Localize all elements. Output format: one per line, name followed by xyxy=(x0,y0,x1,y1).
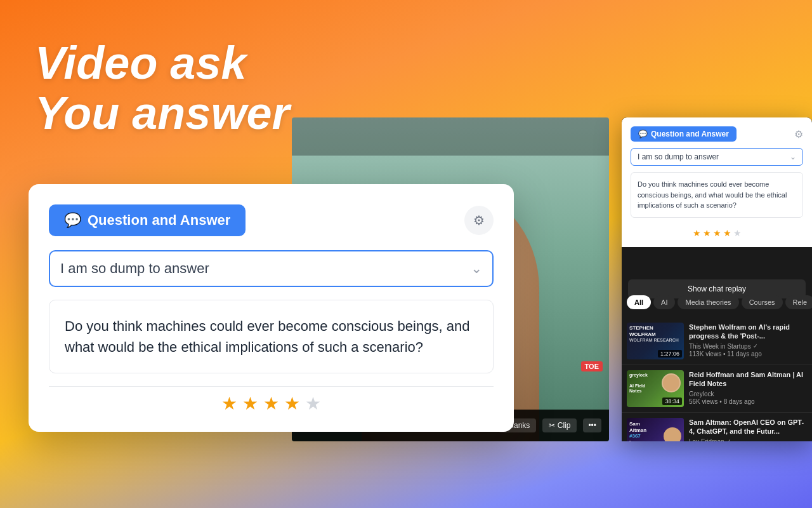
filter-tab-media[interactable]: Media theories xyxy=(678,295,738,309)
stars-rating: ★ ★ ★ ★ ★ xyxy=(49,386,494,414)
mini-star-5[interactable]: ★ xyxy=(733,228,742,238)
video-duration-1: 1:27:06 xyxy=(658,350,682,358)
qa-card-header: 💬 Question and Answer ⚙ xyxy=(49,204,494,236)
qa-label-button[interactable]: 💬 Question and Answer xyxy=(49,204,246,236)
video-meta-1: 113K views • 11 days ago xyxy=(689,351,807,358)
hero-line2: You answer xyxy=(35,88,289,138)
filter-tab-all[interactable]: All xyxy=(627,295,651,309)
hero-line1: Video ask xyxy=(35,38,289,88)
video-thumb-2: greylockAI FieldNotes 38:34 xyxy=(627,370,684,407)
video-title-2: Reid Hoffman and Sam Altman | AI Field N… xyxy=(689,370,807,389)
qa-label-text: Question and Answer xyxy=(88,212,230,229)
star-1[interactable]: ★ xyxy=(221,393,237,414)
video-meta-2: 56K views • 8 days ago xyxy=(689,398,807,405)
mini-stars-rating: ★ ★ ★ ★ ★ xyxy=(631,224,803,238)
video-top-overlay xyxy=(292,117,609,156)
video-thumb-1: STEPHENWOLFRAMWOLFRAM RESEARCH 1:27:06 xyxy=(627,323,684,359)
mini-star-2[interactable]: ★ xyxy=(703,228,711,238)
thumb-face-2 xyxy=(662,373,681,392)
mini-chat-icon: 💬 xyxy=(638,130,648,138)
mini-question-box: Do you think machines could ever become … xyxy=(631,172,803,218)
verified-icon-1: ✓ xyxy=(753,343,758,349)
mini-input-row: ⌄ xyxy=(631,148,803,166)
more-options-button[interactable]: ••• xyxy=(583,418,601,432)
mini-star-3[interactable]: ★ xyxy=(713,228,721,238)
video-channel-2: Greylock xyxy=(689,391,807,398)
video-channel-1: This Week in Startups ✓ xyxy=(689,343,807,350)
verified-icon-3: ✓ xyxy=(726,438,731,441)
video-info-2: Reid Hoffman and Sam Altman | AI Field N… xyxy=(689,370,807,407)
mini-qa-header: 💬 Question and Answer ⚙ xyxy=(631,126,803,142)
video-duration-2: 38:34 xyxy=(662,398,682,405)
toe-badge: TOE xyxy=(581,361,603,371)
video-title-3: Sam Altman: OpenAI CEO on GPT-4, ChatGPT… xyxy=(689,418,807,436)
filter-tab-rele[interactable]: Rele xyxy=(785,295,812,309)
video-info-3: Sam Altman: OpenAI CEO on GPT-4, ChatGPT… xyxy=(689,418,807,441)
video-item-1[interactable]: STEPHENWOLFRAMWOLFRAM RESEARCH 1:27:06 S… xyxy=(622,318,812,365)
star-2[interactable]: ★ xyxy=(242,393,258,414)
thumb-label-1: STEPHENWOLFRAMWOLFRAM RESEARCH xyxy=(629,325,679,344)
thumb-name-3: SamAltman#367LexFridman xyxy=(629,421,650,441)
video-item-2[interactable]: greylockAI FieldNotes 38:34 Reid Hoffman… xyxy=(622,365,812,413)
question-box: Do you think machines could ever become … xyxy=(49,300,494,373)
mini-star-4[interactable]: ★ xyxy=(723,228,731,238)
video-title-1: Stephen Wolfram on AI's rapid progress &… xyxy=(689,323,807,341)
question-text: Do you think machines could ever become … xyxy=(65,316,478,358)
answer-input[interactable] xyxy=(60,260,471,277)
thumb-content-3: SamAltman#367LexFridman xyxy=(627,418,684,441)
star-5[interactable]: ★ xyxy=(305,393,321,414)
right-panel: 💬 Question and Answer ⚙ ⌄ Do you think m… xyxy=(622,117,812,441)
mini-question-text: Do you think machines could ever become … xyxy=(638,179,796,211)
settings-icon: ⚙ xyxy=(473,213,485,228)
qa-card-main: 💬 Question and Answer ⚙ ⌄ Do you think m… xyxy=(29,184,514,432)
star-4[interactable]: ★ xyxy=(284,393,300,414)
answer-dropdown-button[interactable]: ⌄ xyxy=(471,260,482,277)
settings-button[interactable]: ⚙ xyxy=(464,206,494,235)
thumb-face-3 xyxy=(664,427,681,441)
hero-section: Video ask You answer xyxy=(35,38,289,138)
filter-tab-courses[interactable]: Courses xyxy=(742,295,783,309)
mini-settings-button[interactable]: ⚙ xyxy=(794,128,803,140)
chat-icon: 💬 xyxy=(64,212,81,229)
answer-input-row: ⌄ xyxy=(49,250,494,287)
mini-answer-input[interactable] xyxy=(638,152,790,161)
video-channel-3: Lex Fridman ✓ xyxy=(689,438,807,441)
video-list: STEPHENWOLFRAMWOLFRAM RESEARCH 1:27:06 S… xyxy=(622,318,812,441)
video-thumb-3: SamAltman#367LexFridman 2:23:57 xyxy=(627,418,684,441)
thumb-left-3: SamAltman#367LexFridman xyxy=(629,421,650,441)
star-3[interactable]: ★ xyxy=(263,393,279,414)
mini-qa-overlay: 💬 Question and Answer ⚙ ⌄ Do you think m… xyxy=(622,117,812,247)
mini-star-1[interactable]: ★ xyxy=(693,228,701,238)
video-item-3[interactable]: SamAltman#367LexFridman 2:23:57 Sam Altm… xyxy=(622,413,812,441)
filter-tab-ai[interactable]: AI xyxy=(653,295,675,309)
clip-button[interactable]: ✂ Clip xyxy=(542,418,577,432)
video-info-1: Stephen Wolfram on AI's rapid progress &… xyxy=(689,323,807,359)
mini-qa-label-text: Question and Answer xyxy=(651,130,729,138)
mini-qa-label-button[interactable]: 💬 Question and Answer xyxy=(631,126,737,142)
mini-dropdown-button[interactable]: ⌄ xyxy=(790,152,796,161)
filter-tabs: All AI Media theories Courses Rele › xyxy=(622,295,812,309)
